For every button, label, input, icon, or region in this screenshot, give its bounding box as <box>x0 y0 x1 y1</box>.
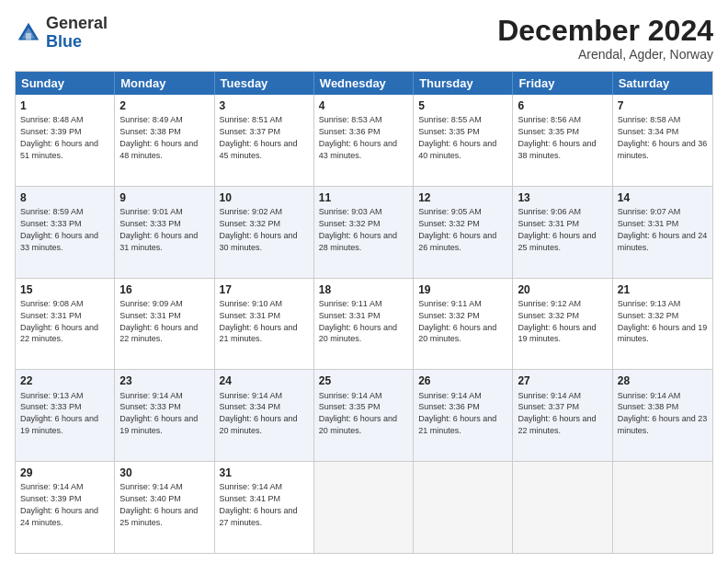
cell-text: Sunrise: 9:11 AM Sunset: 3:31 PM Dayligh… <box>319 299 397 343</box>
day-cell-9: 9Sunrise: 9:01 AM Sunset: 3:33 PM Daylig… <box>115 187 214 278</box>
cell-text: Sunrise: 9:07 AM Sunset: 3:31 PM Dayligh… <box>618 207 708 251</box>
day-cell-29: 29Sunrise: 9:14 AM Sunset: 3:39 PM Dayli… <box>16 462 115 553</box>
day-cell-2: 2Sunrise: 8:49 AM Sunset: 3:38 PM Daylig… <box>115 95 214 186</box>
empty-cell-4-6 <box>613 462 712 553</box>
day-cell-31: 31Sunrise: 9:14 AM Sunset: 3:41 PM Dayli… <box>215 462 314 553</box>
month-title: December 2024 <box>497 15 713 47</box>
calendar-row-1: 1Sunrise: 8:48 AM Sunset: 3:39 PM Daylig… <box>16 95 712 187</box>
cell-text: Sunrise: 9:14 AM Sunset: 3:35 PM Dayligh… <box>319 391 397 435</box>
calendar-body: 1Sunrise: 8:48 AM Sunset: 3:39 PM Daylig… <box>16 95 712 553</box>
day-cell-16: 16Sunrise: 9:09 AM Sunset: 3:31 PM Dayli… <box>115 279 214 370</box>
day-number: 18 <box>319 282 408 297</box>
logo: General Blue <box>15 15 108 52</box>
logo-blue: Blue <box>46 32 82 51</box>
cell-text: Sunrise: 8:58 AM Sunset: 3:34 PM Dayligh… <box>618 115 708 159</box>
day-number: 12 <box>418 190 507 205</box>
day-number: 2 <box>119 98 209 113</box>
logo-general: General <box>46 14 108 32</box>
day-cell-7: 7Sunrise: 8:58 AM Sunset: 3:34 PM Daylig… <box>613 95 712 186</box>
day-cell-22: 22Sunrise: 9:13 AM Sunset: 3:33 PM Dayli… <box>16 370 115 461</box>
day-cell-17: 17Sunrise: 9:10 AM Sunset: 3:31 PM Dayli… <box>215 279 314 370</box>
day-number: 23 <box>119 373 209 388</box>
day-cell-30: 30Sunrise: 9:14 AM Sunset: 3:40 PM Dayli… <box>115 462 214 553</box>
page: General Blue December 2024 Arendal, Agde… <box>0 0 728 563</box>
day-cell-28: 28Sunrise: 9:14 AM Sunset: 3:38 PM Dayli… <box>613 370 712 461</box>
calendar-header: SundayMondayTuesdayWednesdayThursdayFrid… <box>16 72 712 95</box>
header: General Blue December 2024 Arendal, Agde… <box>15 15 713 62</box>
cell-text: Sunrise: 9:14 AM Sunset: 3:40 PM Dayligh… <box>119 482 198 526</box>
day-number: 3 <box>220 98 309 113</box>
cell-text: Sunrise: 8:49 AM Sunset: 3:38 PM Dayligh… <box>119 115 198 159</box>
calendar-row-5: 29Sunrise: 9:14 AM Sunset: 3:39 PM Dayli… <box>16 462 712 553</box>
header-day-wednesday: Wednesday <box>314 72 414 95</box>
cell-text: Sunrise: 9:14 AM Sunset: 3:36 PM Dayligh… <box>418 391 496 435</box>
cell-text: Sunrise: 8:51 AM Sunset: 3:37 PM Dayligh… <box>220 115 298 159</box>
day-number: 30 <box>119 465 209 480</box>
day-number: 7 <box>618 98 708 113</box>
day-cell-10: 10Sunrise: 9:02 AM Sunset: 3:32 PM Dayli… <box>215 187 314 278</box>
day-cell-25: 25Sunrise: 9:14 AM Sunset: 3:35 PM Dayli… <box>314 370 414 461</box>
day-cell-4: 4Sunrise: 8:53 AM Sunset: 3:36 PM Daylig… <box>314 95 414 186</box>
cell-text: Sunrise: 9:11 AM Sunset: 3:32 PM Dayligh… <box>418 299 496 343</box>
cell-text: Sunrise: 9:09 AM Sunset: 3:31 PM Dayligh… <box>119 299 198 343</box>
day-cell-1: 1Sunrise: 8:48 AM Sunset: 3:39 PM Daylig… <box>16 95 115 186</box>
day-number: 11 <box>319 190 408 205</box>
cell-text: Sunrise: 9:14 AM Sunset: 3:37 PM Dayligh… <box>518 391 596 435</box>
day-number: 26 <box>418 373 507 388</box>
header-day-thursday: Thursday <box>414 72 513 95</box>
cell-text: Sunrise: 9:10 AM Sunset: 3:31 PM Dayligh… <box>220 299 298 343</box>
day-number: 10 <box>220 190 309 205</box>
day-number: 16 <box>119 282 209 297</box>
logo-icon <box>15 19 42 47</box>
cell-text: Sunrise: 8:55 AM Sunset: 3:35 PM Dayligh… <box>418 115 496 159</box>
header-day-sunday: Sunday <box>16 72 115 95</box>
day-cell-5: 5Sunrise: 8:55 AM Sunset: 3:35 PM Daylig… <box>414 95 513 186</box>
cell-text: Sunrise: 8:53 AM Sunset: 3:36 PM Dayligh… <box>319 115 397 159</box>
day-cell-14: 14Sunrise: 9:07 AM Sunset: 3:31 PM Dayli… <box>613 187 712 278</box>
cell-text: Sunrise: 9:13 AM Sunset: 3:32 PM Dayligh… <box>618 299 708 343</box>
cell-text: Sunrise: 9:14 AM Sunset: 3:33 PM Dayligh… <box>119 391 198 435</box>
day-cell-18: 18Sunrise: 9:11 AM Sunset: 3:31 PM Dayli… <box>314 279 414 370</box>
day-number: 14 <box>618 190 708 205</box>
day-number: 27 <box>518 373 607 388</box>
calendar-row-2: 8Sunrise: 8:59 AM Sunset: 3:33 PM Daylig… <box>16 187 712 279</box>
title-block: December 2024 Arendal, Agder, Norway <box>497 15 713 62</box>
cell-text: Sunrise: 9:13 AM Sunset: 3:33 PM Dayligh… <box>20 391 98 435</box>
day-number: 13 <box>518 190 607 205</box>
day-cell-21: 21Sunrise: 9:13 AM Sunset: 3:32 PM Dayli… <box>613 279 712 370</box>
day-cell-15: 15Sunrise: 9:08 AM Sunset: 3:31 PM Dayli… <box>16 279 115 370</box>
day-cell-24: 24Sunrise: 9:14 AM Sunset: 3:34 PM Dayli… <box>215 370 314 461</box>
header-day-saturday: Saturday <box>613 72 712 95</box>
day-cell-27: 27Sunrise: 9:14 AM Sunset: 3:37 PM Dayli… <box>513 370 612 461</box>
day-number: 17 <box>220 282 309 297</box>
cell-text: Sunrise: 9:08 AM Sunset: 3:31 PM Dayligh… <box>20 299 98 343</box>
header-day-monday: Monday <box>115 72 214 95</box>
day-number: 8 <box>20 190 109 205</box>
day-number: 29 <box>20 465 109 480</box>
day-cell-20: 20Sunrise: 9:12 AM Sunset: 3:32 PM Dayli… <box>513 279 612 370</box>
location: Arendal, Agder, Norway <box>497 47 713 62</box>
day-number: 28 <box>618 373 708 388</box>
empty-cell-4-3 <box>314 462 414 553</box>
day-number: 19 <box>418 282 507 297</box>
day-cell-12: 12Sunrise: 9:05 AM Sunset: 3:32 PM Dayli… <box>414 187 513 278</box>
calendar-row-3: 15Sunrise: 9:08 AM Sunset: 3:31 PM Dayli… <box>16 279 712 371</box>
day-cell-8: 8Sunrise: 8:59 AM Sunset: 3:33 PM Daylig… <box>16 187 115 278</box>
day-number: 22 <box>20 373 109 388</box>
day-cell-6: 6Sunrise: 8:56 AM Sunset: 3:35 PM Daylig… <box>513 95 612 186</box>
cell-text: Sunrise: 9:06 AM Sunset: 3:31 PM Dayligh… <box>518 207 596 251</box>
empty-cell-4-5 <box>513 462 612 553</box>
logo-text: General Blue <box>46 15 108 52</box>
day-number: 24 <box>220 373 309 388</box>
cell-text: Sunrise: 9:14 AM Sunset: 3:41 PM Dayligh… <box>220 482 298 526</box>
day-number: 6 <box>518 98 607 113</box>
day-number: 31 <box>220 465 309 480</box>
cell-text: Sunrise: 9:14 AM Sunset: 3:39 PM Dayligh… <box>20 482 98 526</box>
day-cell-11: 11Sunrise: 9:03 AM Sunset: 3:32 PM Dayli… <box>314 187 414 278</box>
day-number: 4 <box>319 98 408 113</box>
header-day-tuesday: Tuesday <box>215 72 314 95</box>
svg-rect-2 <box>26 33 31 40</box>
cell-text: Sunrise: 8:56 AM Sunset: 3:35 PM Dayligh… <box>518 115 596 159</box>
cell-text: Sunrise: 8:48 AM Sunset: 3:39 PM Dayligh… <box>20 115 98 159</box>
cell-text: Sunrise: 9:01 AM Sunset: 3:33 PM Dayligh… <box>119 207 198 251</box>
